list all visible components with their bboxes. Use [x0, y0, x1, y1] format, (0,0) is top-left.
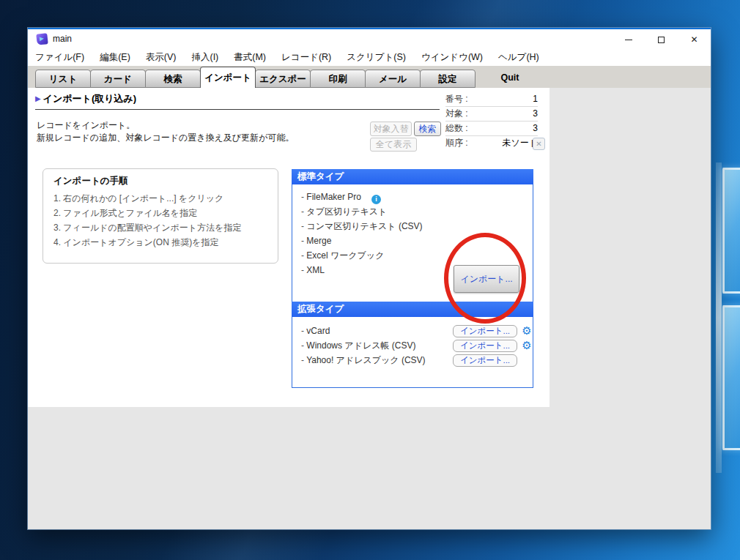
format-vcard: vCard: [301, 324, 330, 338]
tab-mail[interactable]: メール: [365, 70, 421, 88]
windows-address-import-button[interactable]: インポート...: [453, 340, 517, 352]
tab-quit[interactable]: Quit: [484, 70, 536, 88]
section-arrow-icon: ▶: [35, 94, 41, 102]
standard-type-list: FileMaker Proi タブ区切りテキスト コンマ区切りテキスト (CSV…: [301, 190, 423, 277]
clear-sort-button[interactable]: ✕: [533, 138, 545, 150]
minimize-button[interactable]: [612, 29, 645, 50]
app-window: main ✕ ファイル(F) 編集(E) 表示(V) 挿入(I) 書式(M) レ…: [28, 28, 711, 529]
yahoo-address-import-button[interactable]: インポート...: [453, 354, 517, 367]
format-xml: XML: [301, 263, 423, 277]
extended-row-windows-address: Windows アドレス帳 (CSV) インポート... ⚙: [292, 339, 533, 354]
search-button[interactable]: 検索: [414, 122, 441, 136]
stat-row-found: 対象 : 3: [445, 107, 538, 122]
extended-type-header: 拡張タイプ: [292, 302, 533, 317]
tab-print[interactable]: 印刷: [310, 70, 366, 88]
description-line-1: レコードをインポート。: [37, 119, 294, 132]
tab-search[interactable]: 検索: [145, 70, 201, 88]
minimize-icon: [625, 40, 632, 40]
menu-file[interactable]: ファイル(F): [31, 48, 89, 66]
tab-export[interactable]: エクスポート: [255, 70, 311, 88]
windows-logo-pane-bottom: [722, 305, 740, 450]
swap-found-set-button[interactable]: 対象入替: [370, 122, 412, 136]
window-title: main: [53, 29, 72, 48]
format-merge: Merge: [301, 234, 423, 248]
windows-logo-pane-top: [722, 168, 740, 294]
standard-import-button[interactable]: インポート...: [454, 265, 519, 293]
extended-row-vcard: vCard インポート... ⚙: [292, 324, 533, 339]
step-item-2: 2. ファイル形式とファイル名を指定: [53, 206, 241, 220]
close-icon: ✕: [690, 35, 698, 44]
header-divider: [35, 109, 440, 110]
import-description: レコードをインポート。 新規レコードの追加、対象レコードの置き換え及び更新が可能…: [37, 119, 294, 144]
vcard-import-button[interactable]: インポート...: [453, 325, 517, 337]
record-stats: 番号 : 1 対象 : 3 総数 : 3 順序 : 未ソート: [445, 92, 538, 151]
page-title: ▶インポート(取り込み): [35, 92, 136, 105]
import-types-panel: 標準タイプ FileMaker Proi タブ区切りテキスト コンマ区切りテキス…: [292, 169, 533, 388]
stat-label: 対象 :: [445, 107, 468, 121]
stat-row-total: 総数 : 3: [445, 122, 538, 136]
gear-icon[interactable]: ⚙: [521, 338, 533, 353]
extended-row-yahoo-address: Yahoo! アドレスブック (CSV) インポート...: [292, 354, 533, 368]
menu-edit[interactable]: 編集(E): [95, 48, 135, 66]
import-steps-panel: インポートの手順 1. 右の何れかの [インポート...] をクリック 2. フ…: [42, 168, 278, 264]
standard-type-header: 標準タイプ: [292, 169, 533, 184]
description-line-2: 新規レコードの追加、対象レコードの置き換え及び更新が可能。: [37, 132, 294, 144]
menu-record[interactable]: レコード(R): [277, 48, 336, 66]
show-all-button[interactable]: 全て表示: [370, 138, 417, 152]
menu-help[interactable]: ヘルプ(H): [494, 48, 544, 66]
tab-settings[interactable]: 設定: [420, 70, 476, 88]
menu-view[interactable]: 表示(V): [141, 48, 181, 66]
menu-window[interactable]: ウインドウ(W): [417, 48, 487, 66]
tab-list[interactable]: リスト: [35, 70, 91, 88]
page-title-text: インポート(取り込み): [43, 93, 137, 104]
app-icon: [36, 33, 48, 45]
info-icon[interactable]: i: [371, 195, 381, 204]
format-csv-text: コンマ区切りテキスト (CSV): [301, 219, 423, 234]
step-item-3: 3. フィールドの配置順やインポート方法を指定: [53, 220, 241, 235]
menubar: ファイル(F) 編集(E) 表示(V) 挿入(I) 書式(M) レコード(R) …: [28, 48, 711, 66]
maximize-button[interactable]: [645, 29, 678, 50]
menu-insert[interactable]: 挿入(I): [187, 48, 223, 66]
menu-script[interactable]: スクリプト(S): [342, 48, 410, 66]
menu-format[interactable]: 書式(M): [229, 48, 270, 66]
tab-card[interactable]: カード: [90, 70, 146, 88]
stat-label: 順序 :: [445, 136, 468, 151]
stat-row-number: 番号 : 1: [445, 92, 538, 107]
tab-strip: リスト カード 検索 インポート エクスポート 印刷 メール 設定 Quit: [28, 66, 711, 88]
format-label: FileMaker Pro: [306, 192, 361, 202]
titlebar[interactable]: main ✕: [28, 29, 711, 48]
stat-value: 3: [533, 107, 538, 121]
steps-list: 1. 右の何れかの [インポート...] をクリック 2. ファイル形式とファイ…: [53, 191, 241, 250]
step-item-1: 1. 右の何れかの [インポート...] をクリック: [53, 191, 241, 206]
stat-label: 総数 :: [445, 122, 468, 135]
tabs-row: リスト カード 検索 インポート エクスポート 印刷 メール 設定: [35, 67, 475, 88]
stat-row-sort: 順序 : 未ソート: [445, 136, 538, 151]
windows-logo-edge-glow: [716, 163, 722, 473]
step-item-4: 4. インポートオプション(ON 推奨)を指定: [53, 235, 241, 250]
close-button[interactable]: ✕: [678, 29, 711, 50]
close-icon: ✕: [536, 140, 541, 148]
stat-value: 1: [533, 92, 538, 106]
format-filemaker-pro: FileMaker Proi: [301, 190, 423, 204]
format-tab-text: タブ区切りテキスト: [301, 204, 423, 219]
window-controls: ✕: [612, 29, 711, 50]
format-excel: Excel ワークブック: [301, 248, 423, 263]
tab-import[interactable]: インポート: [200, 67, 256, 88]
gear-icon[interactable]: ⚙: [521, 324, 533, 338]
format-windows-address-book: Windows アドレス帳 (CSV): [301, 339, 415, 353]
maximize-icon: [658, 37, 665, 43]
stat-value: 3: [533, 122, 538, 135]
format-yahoo-address-book: Yahoo! アドレスブック (CSV): [301, 354, 426, 367]
stat-label: 番号 :: [445, 92, 468, 106]
steps-panel-title: インポートの手順: [53, 175, 127, 187]
